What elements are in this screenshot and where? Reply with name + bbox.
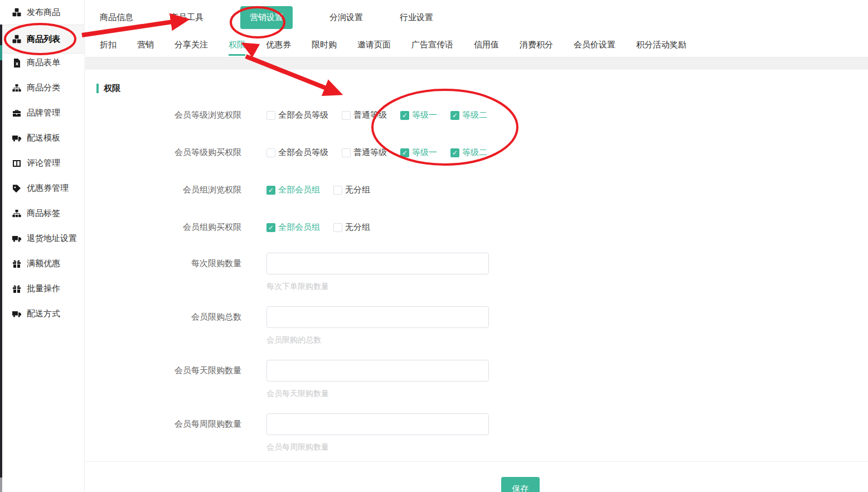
cubes-icon [12,8,21,17]
checkbox-unchecked-icon[interactable] [342,148,351,157]
secondary-tab[interactable]: 信用值 [474,35,499,56]
checkbox-option[interactable]: 全部会员等级 [266,110,328,120]
truck-icon [12,310,21,319]
sidebar-item-label: 发布商品 [27,7,60,18]
checkbox-unchecked-icon[interactable] [266,148,275,157]
checkbox-checked-icon[interactable]: ✓ [450,111,459,120]
briefcase-icon [12,109,21,118]
checkbox-group: ✓全部会员组无分组 [266,222,370,233]
checkbox-unchecked-icon[interactable] [333,223,342,232]
checkbox-option[interactable]: 无分组 [333,185,370,195]
primary-tab[interactable]: 分润设置 [329,12,363,23]
input-hint: 会员每周限购数量 [266,442,489,452]
permissions-panel: 权限 会员等级浏览权限全部会员等级普通等级✓等级一✓等级二会员等级购买权限全部会… [85,70,868,492]
checkbox-checked-icon[interactable]: ✓ [266,223,275,232]
sidebar-item[interactable]: 批量操作 [0,276,84,301]
sidebar-item-label: 评论管理 [27,158,60,168]
checkbox-option[interactable]: ✓等级二 [450,110,487,120]
form-input-rows: 每次限购数量每次下单限购数量会员限购总数会员限购的总数会员每天限购数量会员每天限… [85,246,868,460]
sidebar-item[interactable]: 商品列表 [0,25,84,54]
checkbox-label: 全部会员等级 [278,147,328,158]
scrollbar-thumb[interactable] [0,477,2,492]
secondary-tab[interactable]: 分享关注 [174,35,208,56]
checkbox-label: 普通等级 [353,110,387,120]
checkbox-unchecked-icon[interactable] [333,186,342,195]
section-header: 权限 [96,83,868,93]
section-title: 权限 [104,83,120,94]
checkbox-checked-icon[interactable]: ✓ [266,186,275,195]
form-row-label: 会员等级购买权限 [85,147,241,158]
checkbox-unchecked-icon[interactable] [342,111,351,120]
text-input[interactable] [266,306,489,328]
form-row-label: 会员组浏览权限 [85,185,241,195]
secondary-tab[interactable]: 营销 [137,35,154,56]
secondary-tabs: 折扣营销分享关注权限优惠券限时购邀请页面广告宣传语信用值消费积分会员价设置积分活… [85,35,868,57]
secondary-tab[interactable]: 积分活动奖励 [636,35,686,56]
checkbox-label: 全部会员组 [278,222,320,233]
checkbox-option[interactable]: 无分组 [333,222,370,233]
sidebar-item[interactable]: 优惠券管理 [0,176,84,201]
sidebar-item-label: 配送方式 [27,308,60,319]
primary-tab[interactable]: 商品工具 [170,12,203,23]
checkbox-option[interactable]: ✓等级一 [400,110,437,120]
checkbox-label: 无分组 [345,222,370,233]
page-background-gap [85,57,868,70]
sidebar-item[interactable]: 商品表单 [0,50,84,75]
checkbox-label: 等级一 [412,110,437,120]
file-excel-icon [12,59,21,67]
sidebar-item[interactable]: 商品分类 [0,75,84,100]
sidebar-item[interactable]: 配送模板 [0,126,84,151]
secondary-tab[interactable]: 折扣 [100,35,117,56]
sidebar-item[interactable]: 品牌管理 [0,100,84,126]
input-hint: 会员限购的总数 [266,335,489,345]
form-row: 会员限购总数会员限购的总数 [85,300,868,353]
form-row-label: 会员每周限购数量 [85,413,241,460]
sidebar-item-label: 商品分类 [27,83,60,93]
checkbox-checked-icon[interactable]: ✓ [400,111,409,120]
checkbox-option[interactable]: ✓全部会员组 [266,185,320,195]
checkbox-unchecked-icon[interactable] [266,111,275,120]
tag-icon [12,184,21,193]
input-column: 会员限购的总数 [266,306,489,353]
sidebar-item[interactable]: 发布商品 [0,0,84,25]
secondary-tab[interactable]: 邀请页面 [357,35,391,56]
primary-tab[interactable]: 行业设置 [400,12,433,23]
secondary-tab[interactable]: 优惠券 [266,35,291,56]
sidebar-item[interactable]: 配送方式 [0,301,84,326]
form-row-label: 会员限购总数 [85,306,241,353]
checkbox-option[interactable]: 普通等级 [342,147,387,158]
checkbox-checked-icon[interactable]: ✓ [400,148,409,157]
sidebar-item[interactable]: 退货地址设置 [0,226,84,251]
form-row: 每次限购数量每次下单限购数量 [85,246,868,300]
secondary-tab[interactable]: 广告宣传语 [411,35,453,56]
checkbox-option[interactable]: 全部会员等级 [266,147,328,158]
input-column: 会员每周限购数量 [266,413,489,460]
save-button[interactable]: 保存 [501,477,540,492]
sidebar-item[interactable]: 评论管理 [0,151,84,176]
form-row: 会员每天限购数量会员每天限购数量 [85,353,868,407]
checkbox-option[interactable]: ✓等级二 [450,147,487,158]
checkbox-option[interactable]: 普通等级 [342,110,387,120]
save-area: 保存 [85,461,868,492]
text-input[interactable] [266,413,489,435]
sidebar-item-label: 商品标签 [27,208,60,219]
text-input[interactable] [266,360,489,382]
checkbox-label: 普通等级 [353,147,387,158]
text-input[interactable] [266,253,489,274]
checkbox-checked-icon[interactable]: ✓ [450,148,459,157]
secondary-tab[interactable]: 会员价设置 [574,35,615,56]
checkbox-label: 全部会员组 [278,185,320,195]
sidebar: 发布商品商品列表商品表单商品分类品牌管理配送模板评论管理优惠券管理商品标签退货地… [0,0,85,492]
secondary-tab[interactable]: 消费积分 [520,35,553,56]
secondary-tab[interactable]: 权限 [229,35,245,56]
secondary-tab[interactable]: 限时购 [312,35,337,56]
form-row: 会员组购买权限✓全部会员组无分组 [85,209,868,246]
input-hint: 会员每天限购数量 [266,389,489,399]
checkbox-option[interactable]: ✓全部会员组 [266,222,320,233]
sidebar-menu: 发布商品商品列表商品表单商品分类品牌管理配送模板评论管理优惠券管理商品标签退货地… [0,0,84,326]
primary-tab[interactable]: 商品信息 [100,12,133,23]
checkbox-option[interactable]: ✓等级一 [400,147,437,158]
sidebar-item[interactable]: 商品标签 [0,201,84,226]
sidebar-item[interactable]: 满额优惠 [0,251,84,276]
primary-tab[interactable]: 营销设置 [240,6,293,29]
